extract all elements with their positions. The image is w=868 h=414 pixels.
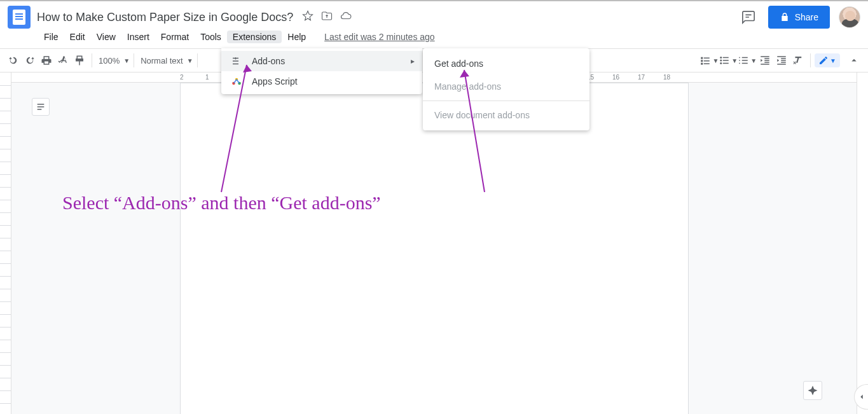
move-icon[interactable] xyxy=(321,10,333,24)
docs-logo[interactable] xyxy=(8,6,31,29)
dropdown-item-addons[interactable]: Add-ons ▸ xyxy=(221,51,422,71)
svg-point-5 xyxy=(720,62,722,64)
addons-icon xyxy=(230,55,243,67)
chevron-right-icon: ▸ xyxy=(411,57,415,66)
dropdown-item-appsscript[interactable]: Apps Script xyxy=(221,71,422,92)
menu-view[interactable]: View xyxy=(91,31,121,43)
collapse-toolbar-button[interactable] xyxy=(845,52,863,69)
paragraph-style-select[interactable]: Normal text▼ xyxy=(138,56,193,66)
vertical-ruler xyxy=(0,72,11,414)
submenu-item-get-addons[interactable]: Get add-ons xyxy=(423,52,589,75)
star-icon[interactable] xyxy=(302,10,313,24)
bulleted-list-button[interactable]: ▼ xyxy=(719,55,738,66)
svg-point-3 xyxy=(720,57,722,59)
menu-extensions[interactable]: Extensions xyxy=(227,31,282,43)
extensions-dropdown: Add-ons ▸ Apps Script xyxy=(221,48,422,94)
decrease-indent-button[interactable] xyxy=(757,52,773,69)
menubar: File Edit View Insert Format Tools Exten… xyxy=(0,28,868,46)
svg-point-4 xyxy=(720,60,722,62)
outline-button[interactable] xyxy=(32,98,50,116)
submenu-divider xyxy=(423,100,589,101)
paint-format-button[interactable] xyxy=(71,52,88,69)
dropdown-item-label: Add-ons xyxy=(252,56,285,66)
pencil-icon xyxy=(818,55,829,66)
menu-help[interactable]: Help xyxy=(282,31,312,43)
zoom-select[interactable]: 100%▼ xyxy=(96,56,130,66)
editing-mode-button[interactable]: ▼ xyxy=(815,53,840,67)
share-label: Share xyxy=(795,12,818,22)
addons-submenu: Get add-ons Manage add-ons View document… xyxy=(423,48,589,130)
header: How to Make Custom Paper Size in Google … xyxy=(0,1,868,28)
avatar[interactable] xyxy=(839,6,860,28)
submenu-item-view-doc-addons: View document add-ons xyxy=(423,104,589,127)
menu-format[interactable]: Format xyxy=(155,31,195,43)
comments-button[interactable] xyxy=(738,6,759,28)
submenu-item-manage-addons: Manage add-ons xyxy=(423,75,589,98)
menu-insert[interactable]: Insert xyxy=(121,31,155,43)
doc-title[interactable]: How to Make Custom Paper Size in Google … xyxy=(37,11,293,24)
increase-indent-button[interactable] xyxy=(773,52,790,69)
menu-tools[interactable]: Tools xyxy=(195,31,227,43)
document-page[interactable] xyxy=(180,83,689,414)
menu-file[interactable]: File xyxy=(38,31,64,43)
explore-button[interactable] xyxy=(803,381,822,400)
cloud-status-icon[interactable] xyxy=(340,10,352,24)
chevron-up-icon xyxy=(848,55,860,66)
spellcheck-button[interactable] xyxy=(55,52,71,69)
chevron-left-icon xyxy=(857,392,866,401)
checklist-button[interactable]: ▼ xyxy=(699,55,719,66)
redo-button[interactable] xyxy=(22,52,38,69)
undo-button[interactable] xyxy=(5,52,22,69)
share-button[interactable]: Share xyxy=(768,6,830,29)
last-edit-link[interactable]: Last edit was 2 minutes ago xyxy=(324,32,435,42)
dropdown-item-label: Apps Script xyxy=(252,76,298,86)
numbered-list-button[interactable]: ▼ xyxy=(738,55,757,66)
menu-edit[interactable]: Edit xyxy=(64,31,91,43)
lock-icon xyxy=(780,12,790,22)
clear-formatting-button[interactable] xyxy=(790,52,806,69)
print-button[interactable] xyxy=(38,52,55,69)
appsscript-icon xyxy=(230,75,243,88)
side-panel xyxy=(857,72,868,414)
